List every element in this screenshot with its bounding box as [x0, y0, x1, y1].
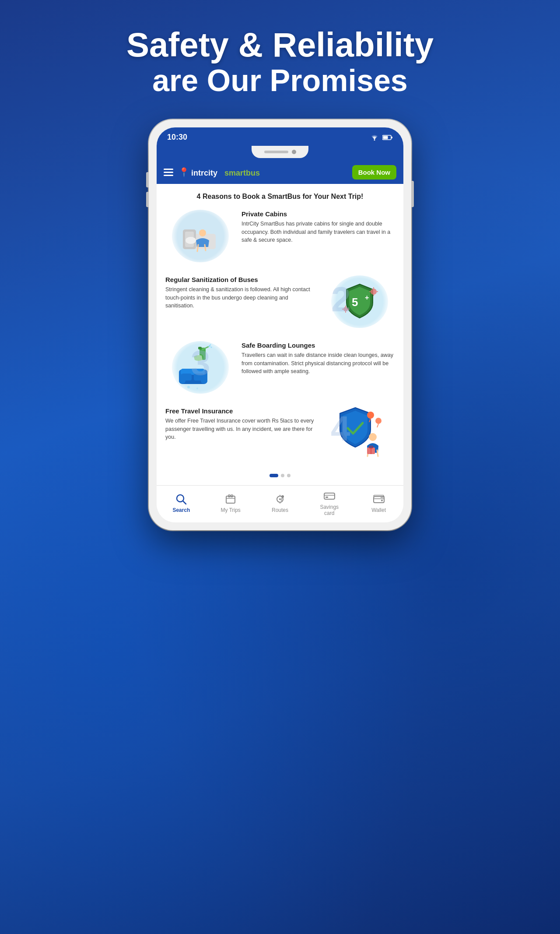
svg-rect-52 — [324, 493, 335, 499]
nav-search[interactable]: Search — [164, 493, 199, 513]
reason-3-number: 3 — [191, 345, 210, 381]
search-nav-label: Search — [172, 507, 190, 513]
dot-3 — [287, 474, 290, 477]
app-logo: 📍 intrcity smartbus — [178, 166, 347, 178]
nav-routes[interactable]: Routes — [262, 493, 298, 513]
svg-point-36 — [367, 412, 374, 419]
svg-point-34 — [187, 386, 190, 388]
svg-text:smartbus: smartbus — [224, 169, 260, 177]
cabin-illustration — [172, 210, 229, 262]
book-now-button[interactable]: Book Now — [352, 165, 396, 180]
savings-nav-icon — [323, 490, 336, 502]
svg-point-56 — [381, 500, 383, 501]
phone-mockup: 10:30 — [149, 120, 411, 530]
section-title: 4 Reasons to Book a SmartBus for Your Ne… — [165, 193, 395, 201]
status-time: 10:30 — [167, 133, 187, 142]
svg-point-9 — [199, 229, 206, 236]
svg-rect-32 — [182, 374, 192, 381]
svg-point-38 — [369, 433, 377, 441]
reason-2-desc: Stringent cleaning & sanitization is fol… — [165, 285, 318, 310]
volume-down-button — [146, 192, 149, 207]
wifi-icon — [370, 134, 379, 141]
battery-icon — [382, 135, 393, 140]
wallet-nav-label: Wallet — [371, 507, 386, 513]
cabin-svg — [178, 216, 222, 256]
svg-point-26 — [210, 346, 212, 348]
trips-nav-icon — [224, 493, 237, 505]
camera — [292, 150, 296, 154]
search-nav-icon — [175, 493, 187, 505]
reason-2-number: 2 — [331, 282, 351, 317]
reason-1-text: Private Cabins IntrCity SmartBus has pri… — [242, 208, 395, 244]
svg-line-43 — [183, 501, 186, 504]
status-icons — [370, 134, 393, 141]
reason-item-3: 3 — [165, 339, 395, 396]
logo-pin-icon: 📍 — [178, 167, 189, 177]
svg-point-37 — [375, 418, 382, 424]
routes-nav-icon — [274, 493, 286, 505]
reason-1-illustration: 1 — [165, 208, 235, 264]
svg-text:intrcity: intrcity — [191, 169, 217, 177]
reason-2-title: Regular Sanitization of Buses — [165, 276, 318, 283]
svg-rect-2 — [391, 137, 392, 138]
status-bar: 10:30 — [157, 127, 403, 146]
reason-item-1: 1 — [165, 208, 395, 264]
hero-section: Safety & Reliability are Our Promises — [126, 26, 434, 98]
svg-point-35 — [196, 388, 198, 389]
svg-point-51 — [281, 495, 284, 498]
reason-item-2: 2 5 + — [165, 273, 395, 330]
reason-2-illustration: 2 5 + — [325, 273, 395, 330]
notch — [252, 146, 308, 158]
hamburger-menu[interactable] — [164, 169, 173, 176]
routes-nav-label: Routes — [272, 507, 288, 513]
svg-rect-3 — [383, 136, 388, 139]
reason-4-text: Free Travel Insurance We offer Free Trav… — [165, 405, 318, 441]
reason-item-4: 4 — [165, 405, 395, 462]
nav-savings[interactable]: Savingscard — [312, 490, 347, 516]
svg-point-10 — [186, 237, 196, 244]
svg-text:+: + — [365, 294, 369, 301]
svg-point-13 — [371, 289, 377, 295]
bottom-navigation: Search My Trips — [157, 485, 403, 522]
svg-rect-44 — [226, 496, 235, 503]
reason-3-illustration: 3 — [165, 339, 235, 396]
dot-2 — [281, 474, 284, 477]
svg-rect-54 — [326, 497, 328, 498]
dot-1 — [270, 474, 278, 477]
trips-nav-label: My Trips — [221, 507, 241, 513]
svg-text:5: 5 — [352, 296, 358, 309]
content-area: 4 Reasons to Book a SmartBus for Your Ne… — [157, 184, 403, 485]
hero-line2: are Our Promises — [126, 64, 434, 98]
hero-line1: Safety & Reliability — [126, 26, 434, 64]
reason-4-title: Free Travel Insurance — [165, 407, 318, 415]
wallet-nav-icon — [373, 493, 385, 505]
reason-3-text: Safe Boarding Lounges Travellers can wai… — [242, 339, 395, 376]
svg-point-0 — [374, 139, 375, 141]
savings-nav-label: Savingscard — [320, 504, 339, 516]
nav-wallet[interactable]: Wallet — [361, 493, 396, 513]
reason-4-number: 4 — [331, 411, 350, 446]
reason-4-illustration: 4 — [325, 405, 395, 462]
app-header: 📍 intrcity smartbus Book Now — [157, 161, 403, 184]
reason-1-title: Private Cabins — [242, 210, 395, 218]
nav-my-trips[interactable]: My Trips — [213, 493, 248, 513]
power-button — [411, 181, 414, 207]
svg-point-48 — [279, 498, 281, 500]
reason-4-desc: We offer Free Travel Insurance cover wor… — [165, 417, 318, 441]
notch-area — [157, 146, 403, 161]
logo-svg: intrcity smartbus — [191, 166, 270, 178]
reason-3-desc: Travellers can wait in safe distance ins… — [242, 351, 395, 376]
dots-indicator — [165, 470, 395, 481]
reason-3-title: Safe Boarding Lounges — [242, 342, 395, 349]
reason-2-text: Regular Sanitization of Buses Stringent … — [165, 273, 318, 310]
speaker — [264, 151, 288, 153]
volume-up-button — [146, 172, 149, 187]
reason-1-desc: IntrCity SmartBus has private cabins for… — [242, 220, 395, 244]
